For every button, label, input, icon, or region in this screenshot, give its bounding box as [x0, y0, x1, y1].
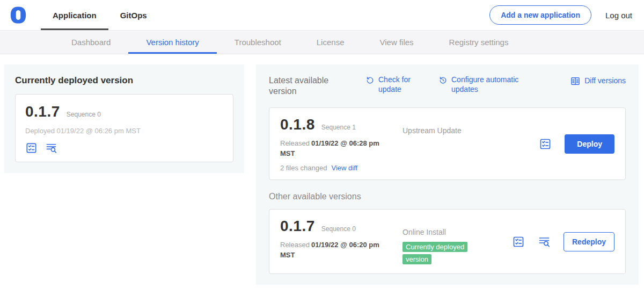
- main-content: Currently deployed version 0.1.7 Sequenc…: [0, 54, 644, 288]
- other-sequence-label: Sequence 0: [321, 225, 356, 233]
- preflight-checks-icon[interactable]: [539, 138, 552, 150]
- files-changed-label: 2 files changed: [280, 164, 327, 172]
- deployed-version-number: 0.1.7: [25, 103, 60, 120]
- latest-sequence-label: Sequence 1: [321, 124, 356, 131]
- diff-versions-label: Diff versions: [584, 76, 626, 86]
- other-source-block: Online Install Currently deployed versio…: [402, 218, 512, 267]
- other-source-label: Online Install: [402, 228, 512, 236]
- other-released-line: Released01/19/22 @ 06:20 pm MST: [280, 240, 383, 261]
- top-navbar: Application GitOps Add a new application…: [0, 0, 644, 31]
- view-diff-link[interactable]: View diff: [331, 164, 357, 172]
- currently-deployed-title: Currently deployed version: [15, 75, 233, 86]
- files-changed-line: 2 files changedView diff: [280, 164, 402, 172]
- release-notes-search-icon[interactable]: [45, 142, 57, 154]
- deployed-timestamp: Deployed 01/19/22 @ 06:26 pm MST: [25, 127, 223, 135]
- version-row-latest: 0.1.8 Sequence 1 Released01/19/22 @ 06:2…: [269, 107, 626, 180]
- deployed-actions: [25, 142, 223, 154]
- configure-automatic-updates-link[interactable]: Configure automatic updates: [438, 75, 531, 94]
- latest-actions: Deploy: [539, 134, 614, 154]
- deployed-version-line: 0.1.7 Sequence 0: [25, 103, 223, 120]
- latest-available-title: Latest available version: [269, 75, 340, 97]
- preflight-checks-icon[interactable]: [512, 235, 525, 248]
- currently-deployed-badge: Currently deployed version: [402, 242, 467, 265]
- tab-gitops[interactable]: GitOps: [108, 0, 159, 30]
- app-logo-icon: [9, 5, 28, 25]
- latest-version-number: 0.1.8: [280, 116, 315, 133]
- logout-link[interactable]: Log out: [605, 11, 632, 20]
- other-version-number: 0.1.7: [280, 218, 315, 235]
- deployed-sequence-label: Sequence 0: [67, 111, 101, 118]
- latest-header: Latest available version Check for updat…: [269, 75, 626, 97]
- redeploy-button[interactable]: Redeploy: [564, 232, 614, 251]
- check-for-update-link[interactable]: Check for update: [365, 75, 422, 94]
- released-prefix: Released: [280, 139, 310, 147]
- preflight-checks-icon[interactable]: [25, 142, 38, 154]
- currently-deployed-card: Currently deployed version 0.1.7 Sequenc…: [4, 64, 244, 173]
- auto-update-clock-icon: [438, 76, 448, 85]
- latest-version-line: 0.1.8 Sequence 1: [280, 116, 402, 133]
- latest-released-line: Released01/19/22 @ 06:28 pm MST: [280, 139, 383, 159]
- latest-source-label: Upstream Update: [402, 116, 539, 172]
- deployed-version-box: 0.1.7 Sequence 0 Deployed 01/19/22 @ 06:…: [15, 94, 233, 162]
- status-badge-wrap: Currently deployed version: [402, 241, 483, 267]
- subnav-license[interactable]: License: [299, 31, 362, 54]
- configure-automatic-updates-label: Configure automatic updates: [451, 75, 531, 94]
- primary-nav: Application GitOps: [41, 0, 159, 30]
- subnav-dashboard[interactable]: Dashboard: [54, 31, 128, 54]
- other-actions: Redeploy: [512, 232, 614, 251]
- latest-version-info: 0.1.8 Sequence 1 Released01/19/22 @ 06:2…: [280, 116, 402, 172]
- available-versions-card: Latest available version Check for updat…: [256, 64, 639, 285]
- deploy-button[interactable]: Deploy: [565, 134, 614, 154]
- tab-application[interactable]: Application: [41, 0, 108, 30]
- other-version-line: 0.1.7 Sequence 0: [280, 218, 402, 235]
- add-application-button[interactable]: Add a new application: [489, 5, 591, 25]
- released-prefix: Released: [280, 241, 310, 249]
- release-notes-search-icon[interactable]: [538, 235, 551, 248]
- subnav-version-history[interactable]: Version history: [128, 31, 216, 54]
- subnav-view-files[interactable]: View files: [362, 31, 431, 54]
- other-available-versions-title: Other available versions: [269, 192, 626, 201]
- other-version-info: 0.1.7 Sequence 0 Released01/19/22 @ 06:2…: [280, 218, 402, 267]
- check-for-update-label: Check for update: [378, 75, 422, 94]
- refresh-icon: [365, 76, 375, 85]
- app-subnav: Dashboard Version history Troubleshoot L…: [0, 31, 644, 54]
- subnav-troubleshoot[interactable]: Troubleshoot: [217, 31, 299, 54]
- subnav-registry-settings[interactable]: Registry settings: [431, 31, 526, 54]
- diff-table-icon: [570, 76, 581, 87]
- version-row-other: 0.1.7 Sequence 0 Released01/19/22 @ 06:2…: [269, 209, 626, 275]
- navbar-right: Add a new application Log out: [489, 5, 632, 25]
- diff-versions-link[interactable]: Diff versions: [570, 75, 626, 87]
